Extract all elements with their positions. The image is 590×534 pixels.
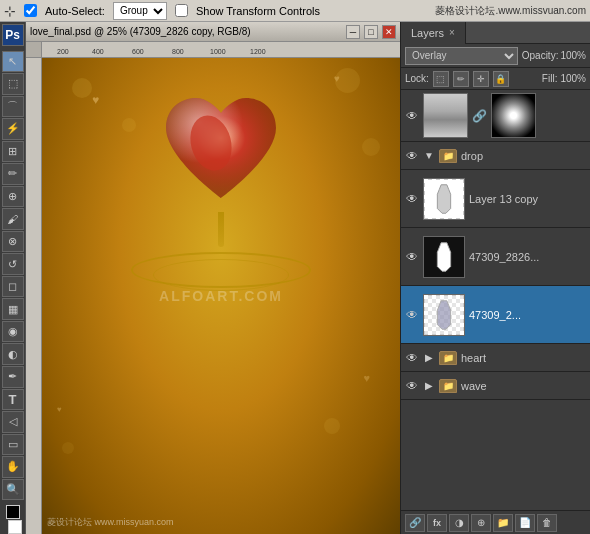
close-button[interactable]: ✕: [382, 25, 396, 39]
lock-move-btn[interactable]: ✛: [473, 71, 489, 87]
folder-icon-wave: 📁: [439, 379, 457, 393]
layers-tab-bar: Layers ×: [401, 22, 590, 44]
heart-bokeh-3: ♥: [57, 405, 62, 414]
lock-label: Lock:: [405, 73, 429, 84]
layers-tab[interactable]: Layers ×: [401, 22, 466, 44]
lock-transparent-btn[interactable]: ⬚: [433, 71, 449, 87]
add-style-btn[interactable]: fx: [427, 514, 447, 532]
maximize-button[interactable]: □: [364, 25, 378, 39]
blend-mode-select[interactable]: Overlay: [405, 47, 518, 65]
vertical-ruler: [26, 58, 42, 534]
doc-titlebar: love_final.psd @ 25% (47309_2826 copy, R…: [26, 22, 400, 42]
lock-brush-btn[interactable]: ✏: [453, 71, 469, 87]
layer-name-47309-2: 47309_2...: [469, 309, 586, 321]
toolbar: ⊹ Auto-Select: Group Show Transform Cont…: [0, 0, 590, 22]
opacity-label: Opacity:: [522, 50, 559, 61]
clone-tool[interactable]: ⊗: [2, 231, 24, 253]
layer-item-47309-2[interactable]: 👁 47309_2...: [401, 286, 590, 344]
layer-name-heart: heart: [461, 352, 586, 364]
adjustment-layer-strip: 👁 🔗: [401, 90, 590, 142]
zoom-tool[interactable]: 🔍: [2, 479, 24, 501]
eye-icon-47309-2[interactable]: 👁: [405, 308, 419, 322]
water-ripple: [131, 252, 311, 288]
eye-icon-wave[interactable]: 👁: [405, 379, 419, 393]
layers-tab-close[interactable]: ×: [449, 27, 455, 38]
gradient-tool[interactable]: ▦: [2, 298, 24, 320]
history-tool[interactable]: ↺: [2, 253, 24, 275]
layers-panel: Layers × Overlay Opacity: 100% Lock: ⬚ ✏…: [400, 22, 590, 534]
eye-icon-47309-2826[interactable]: 👁: [405, 250, 419, 264]
pen-tool[interactable]: ✒: [2, 366, 24, 388]
fill-label: Fill:: [542, 73, 558, 84]
heart-bokeh-2: ♥: [334, 73, 340, 84]
wand-tool[interactable]: ⚡: [2, 118, 24, 140]
canvas-image: ♥ ♥ ♥ ♥: [42, 58, 400, 534]
show-transform-checkbox[interactable]: [175, 4, 188, 17]
thumb-47309-2-svg: [425, 296, 463, 334]
eraser-tool[interactable]: ◻: [2, 276, 24, 298]
layer-thumb-left: [423, 93, 468, 138]
blur-tool[interactable]: ◉: [2, 321, 24, 343]
opacity-value: 100%: [560, 50, 586, 61]
hand-tool[interactable]: ✋: [2, 456, 24, 478]
auto-select-dropdown[interactable]: Group: [113, 2, 167, 20]
canvas-content[interactable]: ♥ ♥ ♥ ♥: [42, 58, 400, 534]
layer-group-drop[interactable]: 👁 ▼ 📁 drop: [401, 142, 590, 170]
move-tool-icon: ⊹: [4, 3, 16, 19]
add-group-btn[interactable]: 📁: [493, 514, 513, 532]
add-mask-btn[interactable]: ◑: [449, 514, 469, 532]
eye-icon-heart[interactable]: 👁: [405, 351, 419, 365]
background-color[interactable]: [8, 520, 22, 534]
eye-icon-13copy[interactable]: 👁: [405, 192, 419, 206]
heal-tool[interactable]: ⊕: [2, 186, 24, 208]
layer-item-47309-2826[interactable]: 👁 47309_2826...: [401, 228, 590, 286]
bokeh-5: [62, 442, 74, 454]
ruler-corner: [26, 42, 42, 58]
layers-list[interactable]: 👁 ▼ 📁 drop 👁 Layer 13 copy �: [401, 142, 590, 510]
layer-group-heart[interactable]: 👁 ▶ 📁 heart: [401, 344, 590, 372]
eyedropper-tool[interactable]: ✏: [2, 163, 24, 185]
delete-layer-btn[interactable]: 🗑: [537, 514, 557, 532]
dodge-tool[interactable]: ◐: [2, 343, 24, 365]
lasso-tool[interactable]: ⌒: [2, 96, 24, 118]
horizontal-ruler: 200 400 600 800 1000 1200: [42, 42, 400, 58]
heart-bokeh-4: ♥: [363, 372, 370, 384]
heart-shape-wrapper: [156, 88, 286, 210]
layers-tab-label: Layers: [411, 27, 444, 39]
marquee-tool[interactable]: ⬚: [2, 73, 24, 95]
move-tool[interactable]: ↖: [2, 51, 24, 73]
layer-thumb-right: [491, 93, 536, 138]
thumb-47309-svg: [425, 238, 463, 276]
expand-heart[interactable]: ▶: [423, 352, 435, 364]
brush-tool[interactable]: 🖌: [2, 208, 24, 230]
bokeh-6: [324, 418, 340, 434]
eye-icon-drop[interactable]: 👁: [405, 149, 419, 163]
expand-drop[interactable]: ▼: [423, 150, 435, 162]
layers-bottom-bar: 🔗 fx ◑ ⊕ 📁 📄 🗑: [401, 510, 590, 534]
lock-row: Lock: ⬚ ✏ ✛ 🔒 Fill: 100%: [401, 68, 590, 90]
layer-group-wave[interactable]: 👁 ▶ 📁 wave: [401, 372, 590, 400]
drip: [218, 212, 224, 247]
type-tool[interactable]: T: [2, 389, 24, 411]
expand-wave[interactable]: ▶: [423, 380, 435, 392]
main-layout: Ps ↖ ⬚ ⌒ ⚡ ⊞ ✏ ⊕ 🖌 ⊗ ↺ ◻ ▦ ◉ ◐ ✒ T ◁ ▭ ✋…: [0, 22, 590, 534]
lock-all-btn[interactable]: 🔒: [493, 71, 509, 87]
add-adjustment-btn[interactable]: ⊕: [471, 514, 491, 532]
layer-item-13copy[interactable]: 👁 Layer 13 copy: [401, 170, 590, 228]
thumb-13copy-svg: [425, 180, 463, 218]
path-tool[interactable]: ◁: [2, 411, 24, 433]
foreground-color[interactable]: [6, 505, 20, 519]
folder-icon-heart: 📁: [439, 351, 457, 365]
crop-tool[interactable]: ⊞: [2, 141, 24, 163]
minimize-button[interactable]: ─: [346, 25, 360, 39]
thumb-47309-2826: [423, 236, 465, 278]
link-layers-btn[interactable]: 🔗: [405, 514, 425, 532]
thumb-47309-2: [423, 294, 465, 336]
bokeh-4: [362, 138, 380, 156]
auto-select-checkbox[interactable]: [24, 4, 37, 17]
eye-icon-adj[interactable]: 👁: [405, 109, 419, 123]
add-layer-btn[interactable]: 📄: [515, 514, 535, 532]
top-watermark: 菱格设计论坛.www.missvuan.com: [435, 4, 586, 18]
show-transform-label: Show Transform Controls: [196, 5, 320, 17]
shape-tool[interactable]: ▭: [2, 434, 24, 456]
